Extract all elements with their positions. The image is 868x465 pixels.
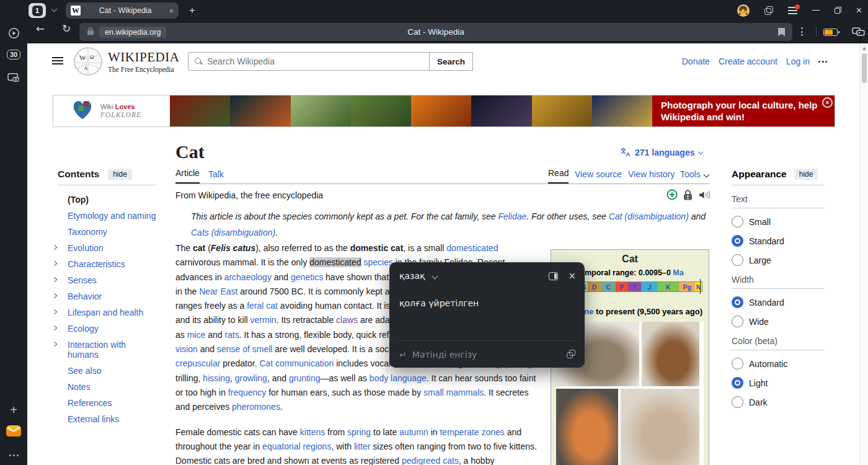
radio-icon[interactable] [732, 216, 743, 228]
wiki-link[interactable]: Ma [673, 268, 683, 277]
browser-menu-button[interactable] [788, 7, 797, 14]
media-play-icon[interactable] [0, 27, 27, 39]
tab-close-icon[interactable]: × [169, 6, 174, 16]
toc-item-label[interactable]: Characteristics [68, 259, 125, 269]
timescale-segment[interactable]: N [695, 282, 702, 291]
open-in-sidebar-icon[interactable] [549, 272, 558, 280]
toc-item[interactable]: Lifespan and health [58, 304, 157, 321]
toc-expand-chevron-icon[interactable] [52, 326, 57, 330]
radio-option-large[interactable]: Large [732, 254, 825, 266]
appearance-hide-button[interactable]: hide [794, 169, 818, 180]
wiki-link[interactable]: autumn [399, 427, 428, 437]
tab-stacks-icon[interactable] [764, 6, 773, 15]
wiki-link[interactable]: domesticated [446, 243, 498, 253]
toc-expand-chevron-icon[interactable] [52, 309, 57, 314]
toc-item[interactable]: Etymology and naming [58, 208, 157, 224]
radio-option-light[interactable]: Light [732, 377, 825, 389]
toolbar-overflow-button[interactable] [801, 27, 803, 36]
browser-tab[interactable]: W Cat - Wikipedia × [66, 2, 179, 19]
toc-expand-chevron-icon[interactable] [52, 342, 57, 347]
toc-item[interactable]: Taxonomy [58, 224, 157, 240]
toc-item-label[interactable]: External links [68, 414, 119, 424]
radio-option-small[interactable]: Small [732, 216, 825, 228]
scrollbar-thumb[interactable] [862, 53, 867, 83]
radio-option-wide[interactable]: Wide [732, 316, 825, 327]
header-overflow-button[interactable] [818, 61, 827, 63]
tab-tools[interactable]: Tools [680, 169, 701, 184]
tab-view-source[interactable]: View source [575, 169, 622, 184]
toc-item[interactable]: Notes [58, 379, 157, 395]
wiki-link[interactable]: genetics [291, 272, 323, 282]
address-bar[interactable]: en.wikipedia.org Cat - Wikipedia [79, 23, 792, 41]
wiki-link[interactable]: crepuscular [175, 358, 220, 368]
new-tab-button[interactable]: + [185, 3, 200, 18]
workspace-chevron-down-icon[interactable] [51, 6, 58, 12]
search-input[interactable]: Search Wikipedia [188, 52, 430, 71]
reload-button[interactable]: ↻ [62, 22, 71, 35]
radio-option-standard[interactable]: Standard [732, 235, 825, 247]
good-article-icon[interactable] [666, 189, 678, 203]
toc-item[interactable]: (Top) [58, 192, 157, 208]
toc-item[interactable]: Senses [58, 272, 157, 288]
wiki-link[interactable]: litter [354, 441, 370, 451]
main-menu-button[interactable] [52, 57, 63, 64]
wiki-link[interactable]: mice [187, 330, 206, 340]
battery-saver-icon[interactable] [823, 29, 838, 36]
wiki-link[interactable]: small mammals [423, 388, 484, 397]
toc-item-label[interactable]: Behavior [68, 291, 102, 301]
translator-language-selector[interactable]: қазақ [399, 271, 437, 281]
toc-item-label[interactable]: Lifespan and health [68, 308, 143, 317]
tools-chevron-down-icon[interactable] [704, 172, 710, 178]
profile-avatar[interactable]: 👧 [737, 4, 750, 17]
popup-close-button[interactable]: × [568, 272, 576, 281]
radio-icon[interactable] [732, 316, 743, 327]
scroll-up-arrow[interactable] [862, 46, 866, 50]
toc-item-label[interactable]: References [68, 398, 112, 408]
translator-popup[interactable]: қазақ × қолға үйретілген ↵ Мәтінді енгіз… [389, 262, 585, 368]
toc-item-label[interactable]: Senses [68, 275, 97, 285]
toc-expand-chevron-icon[interactable] [52, 293, 57, 298]
toc-item[interactable]: See also [58, 363, 157, 379]
rail-overflow-button[interactable] [0, 454, 27, 456]
radio-icon[interactable] [732, 358, 743, 370]
url-text[interactable]: en.wikipedia.org [99, 27, 166, 38]
radio-option-standard[interactable]: Standard [732, 296, 825, 308]
radio-option-automatic[interactable]: Automatic [732, 358, 825, 370]
toc-item-label[interactable]: Interaction with humans [68, 340, 126, 360]
wiki-link[interactable]: equatorial regions [262, 441, 331, 451]
translator-text-input[interactable]: Мәтінді енгізу [412, 350, 477, 360]
wiki-link[interactable]: sense of smell [217, 344, 272, 354]
toc-item[interactable]: Evolution [58, 240, 157, 256]
minimize-button[interactable] [812, 10, 820, 11]
tab-talk[interactable]: Talk [208, 169, 224, 184]
copy-icon[interactable] [567, 350, 575, 358]
create-account-link[interactable]: Create account [719, 56, 777, 66]
timescale-segment[interactable]: C [601, 282, 616, 291]
timescale-segment[interactable]: P [616, 282, 628, 291]
wiki-link[interactable]: claws [336, 315, 358, 325]
wiki-link[interactable]: feral cat [247, 301, 278, 311]
timescale-segment[interactable]: J [641, 282, 657, 291]
wiki-link[interactable]: species [363, 257, 392, 267]
radio-selected-icon[interactable] [732, 296, 743, 308]
timescale-segment[interactable]: K [657, 282, 679, 291]
toc-expand-chevron-icon[interactable] [52, 277, 57, 282]
radio-icon[interactable] [732, 396, 743, 408]
wikipedia-wordmark[interactable]: WIKIPEDIA The Free Encyclopedia [108, 50, 179, 73]
wiki-link[interactable]: temperate zones [440, 427, 504, 437]
mail-app-icon[interactable] [0, 424, 27, 438]
toc-item[interactable]: External links [58, 411, 157, 427]
wiki-link[interactable]: hissing [203, 373, 230, 383]
login-link[interactable]: Log in [786, 56, 810, 66]
donate-link[interactable]: Donate [682, 56, 710, 66]
tab-read[interactable]: Read [548, 168, 569, 184]
search-button[interactable]: Search [430, 52, 473, 71]
wiki-link[interactable]: vermin [250, 315, 277, 325]
tab-view-history[interactable]: View history [628, 169, 675, 184]
cat-photo[interactable] [621, 389, 699, 465]
wiki-link[interactable]: rats [224, 330, 239, 340]
wiki-link[interactable]: Cats (disambiguation) [191, 228, 275, 237]
semi-protection-lock-icon[interactable] [683, 190, 693, 203]
workspace-button[interactable]: 1 [29, 3, 46, 18]
toc-item-label[interactable]: See also [68, 366, 101, 376]
